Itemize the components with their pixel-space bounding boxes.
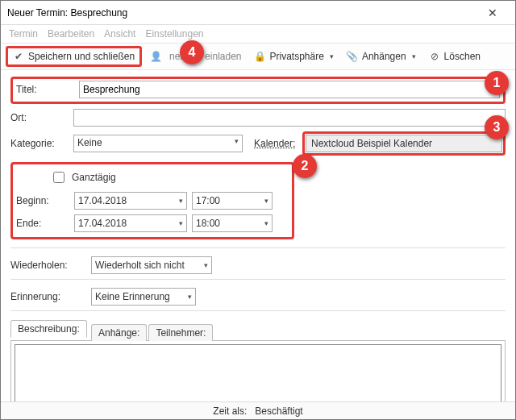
tab-description[interactable]: Beschreibung: bbox=[10, 320, 87, 338]
row-description-tabs: Beschreibung: Anhänge: Teilnehmer: bbox=[10, 319, 506, 340]
close-icon: ✕ bbox=[488, 6, 497, 19]
chevron-down-icon: ▾ bbox=[410, 52, 416, 60]
description-textarea[interactable] bbox=[15, 344, 501, 401]
begin-date-value: 17.04.2018 bbox=[78, 195, 127, 206]
privacy-label: Privatsphäre bbox=[270, 51, 324, 62]
row-reminder: Erinnerung: Keine Erinnerung ▾ bbox=[10, 288, 506, 306]
allday-row: Ganztägig bbox=[50, 169, 285, 185]
allday-checkbox[interactable] bbox=[53, 172, 64, 183]
calendar-value: Nextcloud Beispiel Kalender bbox=[311, 138, 432, 149]
chevron-down-icon: ▾ bbox=[179, 197, 183, 205]
repeat-select[interactable]: Wiederholt sich nicht ▾ bbox=[91, 256, 212, 274]
highlight-time: Ganztägig Beginn: 17.04.2018 ▾ 17:00 ▾ E… bbox=[10, 162, 294, 239]
chevron-down-icon: ▾ bbox=[179, 219, 183, 227]
begin-time-combo[interactable]: 17:00 ▾ bbox=[192, 192, 273, 210]
toolbar: ✔ Speichern und schließen 👤 Teilnehmer e… bbox=[1, 43, 515, 70]
reminder-value: Keine Erinnerung bbox=[95, 291, 170, 302]
end-date-value: 17.04.2018 bbox=[78, 218, 127, 229]
delete-label: Löschen bbox=[444, 51, 481, 62]
separator bbox=[10, 310, 506, 311]
chevron-down-icon: ▾ bbox=[188, 293, 192, 301]
repeat-value: Wiederholt sich nicht bbox=[95, 260, 185, 271]
delete-button[interactable]: ⊘ Löschen bbox=[424, 48, 485, 64]
person-icon: 👤 bbox=[150, 51, 161, 62]
category-value: Keine bbox=[77, 137, 102, 148]
label-begin: Beginn: bbox=[16, 195, 74, 206]
highlight-title: Titel: bbox=[10, 77, 506, 104]
tabs: Anhänge: Teilnehmer: bbox=[91, 323, 214, 340]
event-dialog-window: Neuer Termin: Besprechung ✕ Termin Bearb… bbox=[0, 0, 516, 420]
attach-label: Anhängen bbox=[362, 51, 406, 62]
statusbar: Zeit als: Beschäftigt bbox=[1, 401, 515, 419]
menubar: Termin Bearbeiten Ansicht Einstellungen bbox=[1, 25, 515, 43]
annotation-badge-4: 4 bbox=[180, 40, 204, 64]
menu-bearbeiten[interactable]: Bearbeiten bbox=[48, 28, 94, 40]
paperclip-icon: 📎 bbox=[347, 51, 358, 62]
content-area: Titel: Ort: Kategorie: Keine ▾ Kalender:… bbox=[1, 70, 515, 401]
begin-time-value: 17:00 bbox=[196, 195, 220, 206]
row-repeat: Wiederholen: Wiederholt sich nicht ▾ bbox=[10, 256, 506, 274]
begin-date-combo[interactable]: 17.04.2018 ▾ bbox=[74, 192, 187, 210]
separator bbox=[10, 279, 506, 280]
titlebar: Neuer Termin: Besprechung ✕ bbox=[1, 1, 515, 25]
save-icon: ✔ bbox=[13, 51, 24, 62]
annotation-badge-2: 2 bbox=[293, 154, 317, 178]
label-calendar: Kalender: bbox=[254, 138, 302, 149]
label-repeat: Wiederholen: bbox=[10, 260, 91, 271]
tab-attachments[interactable]: Anhänge: bbox=[91, 324, 147, 341]
chevron-down-icon: ▾ bbox=[264, 197, 268, 205]
chevron-down-icon: ▾ bbox=[328, 52, 334, 60]
status-time-as-value: Beschäftigt bbox=[255, 405, 302, 417]
menu-termin[interactable]: Termin bbox=[9, 28, 38, 40]
tab-attendees[interactable]: Teilnehmer: bbox=[148, 324, 213, 341]
window-title: Neuer Termin: Besprechung bbox=[7, 7, 476, 19]
calendar-select[interactable]: Nextcloud Beispiel Kalender bbox=[306, 135, 502, 152]
end-time-value: 18:00 bbox=[196, 218, 220, 229]
title-input[interactable] bbox=[79, 81, 500, 98]
status-time-as-label: Zeit als: bbox=[213, 405, 247, 417]
label-location: Ort: bbox=[10, 112, 73, 123]
category-select[interactable]: Keine ▾ bbox=[73, 135, 243, 152]
label-description: Beschreibung: bbox=[10, 319, 91, 340]
menu-einstellungen[interactable]: Einstellungen bbox=[145, 28, 203, 40]
label-title: Titel: bbox=[16, 84, 79, 95]
label-allday: Ganztägig bbox=[72, 172, 116, 183]
no-entry-icon: ⊘ bbox=[429, 51, 440, 62]
description-container bbox=[10, 340, 506, 401]
menu-ansicht[interactable]: Ansicht bbox=[104, 28, 135, 40]
highlight-calendar: Nextcloud Beispiel Kalender bbox=[302, 131, 506, 156]
chevron-down-icon: ▾ bbox=[235, 137, 239, 145]
annotation-badge-1: 1 bbox=[485, 71, 509, 95]
privacy-button[interactable]: 🔒 Privatsphäre ▾ bbox=[250, 48, 339, 64]
lock-icon: 🔒 bbox=[255, 51, 266, 62]
save-and-close-label: Speichern und schließen bbox=[28, 51, 135, 62]
row-location: Ort: bbox=[10, 109, 506, 127]
label-category: Kategorie: bbox=[10, 138, 73, 149]
chevron-down-icon: ▾ bbox=[204, 261, 208, 269]
attach-button[interactable]: 📎 Anhängen ▾ bbox=[342, 48, 421, 64]
end-date-combo[interactable]: 17.04.2018 ▾ bbox=[74, 214, 187, 232]
save-and-close-button[interactable]: ✔ Speichern und schließen bbox=[6, 46, 142, 67]
annotation-badge-3: 3 bbox=[485, 115, 509, 139]
separator bbox=[10, 247, 506, 248]
label-end: Ende: bbox=[16, 218, 74, 229]
row-begin: Beginn: 17.04.2018 ▾ 17:00 ▾ bbox=[16, 192, 285, 210]
label-reminder: Erinnerung: bbox=[10, 291, 91, 302]
location-input[interactable] bbox=[73, 109, 506, 127]
close-button[interactable]: ✕ bbox=[476, 1, 509, 25]
row-end: Ende: 17.04.2018 ▾ 18:00 ▾ bbox=[16, 214, 285, 232]
reminder-select[interactable]: Keine Erinnerung ▾ bbox=[91, 288, 196, 306]
end-time-combo[interactable]: 18:00 ▾ bbox=[192, 214, 273, 232]
row-category-calendar: Kategorie: Keine ▾ Kalender: Nextcloud B… bbox=[10, 131, 506, 156]
chevron-down-icon: ▾ bbox=[264, 219, 268, 227]
